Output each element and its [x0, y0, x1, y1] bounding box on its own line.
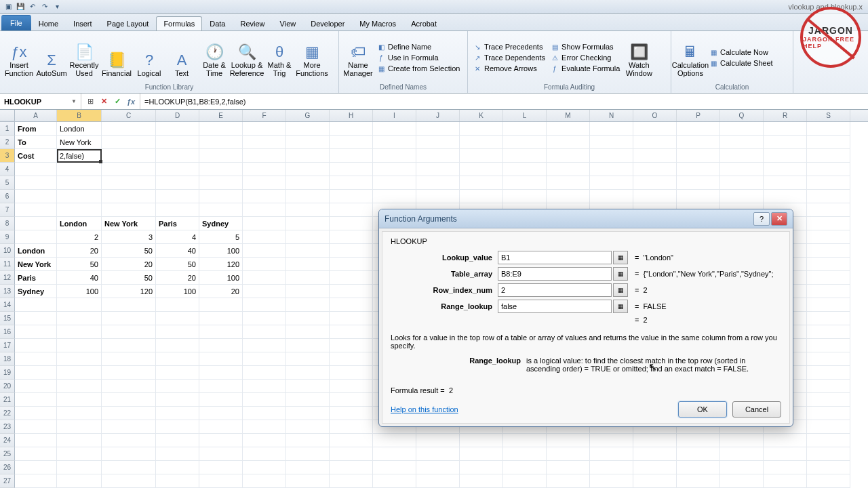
cell-A2[interactable]: To	[15, 136, 57, 149]
cell-I5[interactable]	[373, 176, 416, 190]
cell-A14[interactable]	[15, 298, 57, 312]
row-header-25[interactable]: 25	[0, 447, 15, 461]
cell-I1[interactable]	[373, 122, 416, 136]
cell-H14[interactable]	[330, 298, 373, 312]
cell-S9[interactable]	[807, 230, 850, 244]
cell-O5[interactable]	[633, 176, 677, 190]
cell-G25[interactable]	[286, 447, 330, 461]
cell-R2[interactable]	[764, 136, 807, 149]
cell-Q2[interactable]	[720, 136, 764, 149]
cell-F15[interactable]	[243, 312, 286, 325]
cell-E27[interactable]	[199, 474, 243, 488]
cell-G4[interactable]	[286, 163, 330, 176]
cell-D9[interactable]: 4	[156, 230, 199, 244]
redo-icon[interactable]: ↷	[39, 1, 50, 12]
cell-S10[interactable]	[807, 244, 850, 258]
lookup-button[interactable]: 🔍Lookup & Reference	[232, 34, 262, 79]
confirm-icon[interactable]: ✓	[111, 97, 123, 106]
cell-E8[interactable]: Sydney	[199, 217, 243, 230]
cell-L2[interactable]	[503, 136, 547, 149]
cell-D24[interactable]	[156, 434, 199, 447]
cell-S2[interactable]	[807, 136, 850, 149]
financial-button[interactable]: 📒Financial	[102, 34, 132, 79]
cell-A25[interactable]	[15, 447, 57, 461]
cell-P25[interactable]	[677, 447, 720, 461]
row-header-3[interactable]: 3	[0, 149, 15, 163]
cell-F13[interactable]	[243, 285, 286, 298]
range-selector-icon[interactable]: ▦	[613, 283, 628, 297]
cell-S8[interactable]	[807, 217, 850, 230]
cell-S14[interactable]	[807, 298, 850, 312]
cell-R25[interactable]	[764, 447, 807, 461]
cell-S15[interactable]	[807, 312, 850, 325]
name-box[interactable]: HLOOKUP▼	[0, 94, 81, 109]
cell-N3[interactable]	[590, 149, 633, 163]
cell-D17[interactable]	[156, 339, 199, 352]
fx-icon[interactable]: ƒx	[125, 98, 137, 106]
cell-P5[interactable]	[677, 176, 720, 190]
cell-B17[interactable]	[57, 339, 102, 352]
formula-input[interactable]: =HLOOKUP(B1,B8:E9,2,false)	[140, 98, 868, 106]
cell-J6[interactable]	[416, 190, 460, 203]
chevron-down-icon[interactable]: ▼	[71, 98, 77, 104]
range-selector-icon[interactable]: ▦	[613, 300, 628, 313]
cell-P6[interactable]	[677, 190, 720, 203]
cell-C14[interactable]	[102, 298, 156, 312]
watch-window-button[interactable]: 🔲Watch Window	[624, 34, 654, 79]
cell-P3[interactable]	[677, 149, 720, 163]
cell-O24[interactable]	[633, 434, 677, 447]
cell-C12[interactable]: 50	[102, 271, 156, 285]
cell-L27[interactable]	[503, 474, 547, 488]
cell-H23[interactable]	[330, 420, 373, 434]
cell-O26[interactable]	[633, 461, 677, 474]
cell-A13[interactable]: Sydney	[15, 285, 57, 298]
cell-B2[interactable]: New York	[57, 136, 102, 149]
cell-F17[interactable]	[243, 339, 286, 352]
undo-icon[interactable]: ↶	[27, 1, 38, 12]
cell-G15[interactable]	[286, 312, 330, 325]
row-header-11[interactable]: 11	[0, 258, 15, 271]
col-header-K[interactable]: K	[460, 110, 503, 121]
cell-H17[interactable]	[330, 339, 373, 352]
cell-K2[interactable]	[460, 136, 503, 149]
row-header-8[interactable]: 8	[0, 217, 15, 230]
cell-A6[interactable]	[15, 190, 57, 203]
cell-N6[interactable]	[590, 190, 633, 203]
help-icon[interactable]: ?	[753, 212, 770, 226]
row-header-26[interactable]: 26	[0, 461, 15, 474]
cell-C1[interactable]	[102, 122, 156, 136]
cell-E11[interactable]: 120	[199, 258, 243, 271]
cell-F16[interactable]	[243, 325, 286, 339]
cell-B25[interactable]	[57, 447, 102, 461]
cell-F11[interactable]	[243, 258, 286, 271]
cell-H22[interactable]	[330, 407, 373, 420]
cell-E18[interactable]	[199, 352, 243, 366]
cell-C15[interactable]	[102, 312, 156, 325]
cell-C8[interactable]: New York	[102, 217, 156, 230]
cell-D25[interactable]	[156, 447, 199, 461]
cell-C21[interactable]	[102, 393, 156, 407]
cell-F19[interactable]	[243, 366, 286, 380]
tab-developer[interactable]: Developer	[303, 16, 352, 30]
cell-G23[interactable]	[286, 420, 330, 434]
cell-H8[interactable]	[330, 217, 373, 230]
cell-A26[interactable]	[15, 461, 57, 474]
cell-F5[interactable]	[243, 176, 286, 190]
cell-F21[interactable]	[243, 393, 286, 407]
cell-B27[interactable]	[57, 474, 102, 488]
cell-N5[interactable]	[590, 176, 633, 190]
cell-C24[interactable]	[102, 434, 156, 447]
cell-L25[interactable]	[503, 447, 547, 461]
cell-G14[interactable]	[286, 298, 330, 312]
cell-H21[interactable]	[330, 393, 373, 407]
error-checking-button[interactable]: ⚠Error Checking	[549, 53, 621, 62]
cell-F7[interactable]	[243, 203, 286, 217]
cell-G1[interactable]	[286, 122, 330, 136]
cell-F27[interactable]	[243, 474, 286, 488]
cell-A15[interactable]	[15, 312, 57, 325]
cell-C27[interactable]	[102, 474, 156, 488]
cell-B23[interactable]	[57, 420, 102, 434]
cell-S6[interactable]	[807, 190, 850, 203]
cell-K27[interactable]	[460, 474, 503, 488]
cell-A24[interactable]	[15, 434, 57, 447]
